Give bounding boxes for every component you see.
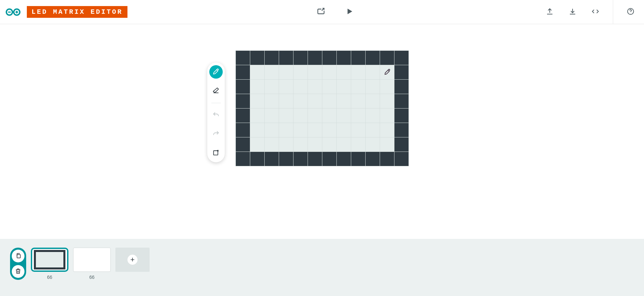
led-cell[interactable] [293,123,308,137]
led-cell[interactable] [265,94,279,108]
led-cell[interactable] [293,94,308,108]
frame-thumbnail[interactable] [31,248,68,272]
upload-button[interactable] [543,5,556,19]
led-cell[interactable] [322,137,336,152]
led-cell[interactable] [279,137,293,152]
led-cell[interactable] [366,80,380,94]
led-cell[interactable] [308,94,322,108]
led-cell[interactable] [351,80,365,94]
led-cell[interactable] [366,109,380,123]
led-cell[interactable] [322,152,336,166]
led-cell[interactable] [380,137,394,152]
led-cell[interactable] [250,123,264,137]
led-cell[interactable] [322,65,336,79]
led-cell[interactable] [394,109,409,123]
led-cell[interactable] [250,51,264,65]
led-cell[interactable] [293,109,308,123]
led-cell[interactable] [351,123,365,137]
led-cell[interactable] [250,80,264,94]
led-cell[interactable] [293,137,308,152]
led-cell[interactable] [351,94,365,108]
led-cell[interactable] [279,51,293,65]
delete-frame-button[interactable] [12,265,24,278]
clear-tool[interactable] [209,146,223,160]
frame-item[interactable]: 66 [31,248,68,280]
led-cell[interactable] [337,51,351,65]
play-button[interactable] [342,4,357,20]
led-cell[interactable] [380,94,394,108]
led-cell[interactable] [337,137,351,152]
led-cell[interactable] [366,94,380,108]
led-cell[interactable] [250,94,264,108]
led-cell[interactable] [265,152,279,166]
led-cell[interactable] [293,80,308,94]
led-cell[interactable] [394,51,409,65]
led-cell[interactable] [279,94,293,108]
led-matrix-grid[interactable] [235,50,409,166]
led-cell[interactable] [380,65,394,79]
led-cell[interactable] [337,109,351,123]
led-cell[interactable] [308,137,322,152]
led-cell[interactable] [337,65,351,79]
led-cell[interactable] [394,152,409,166]
led-cell[interactable] [366,123,380,137]
help-button[interactable] [624,5,637,19]
led-cell[interactable] [236,109,250,123]
led-cell[interactable] [236,137,250,152]
led-cell[interactable] [394,94,409,108]
led-cell[interactable] [322,94,336,108]
led-cell[interactable] [293,152,308,166]
led-cell[interactable] [351,51,365,65]
led-cell[interactable] [322,51,336,65]
led-cell[interactable] [322,123,336,137]
led-cell[interactable] [250,65,264,79]
led-cell[interactable] [236,80,250,94]
undo-tool[interactable] [209,109,223,122]
led-cell[interactable] [366,51,380,65]
led-cell[interactable] [265,80,279,94]
led-cell[interactable] [308,152,322,166]
led-cell[interactable] [265,65,279,79]
led-cell[interactable] [279,152,293,166]
led-cell[interactable] [351,65,365,79]
led-cell[interactable] [279,123,293,137]
download-button[interactable] [566,5,579,19]
redo-tool[interactable] [209,127,223,141]
eraser-tool[interactable] [209,84,223,97]
led-cell[interactable] [236,152,250,166]
led-cell[interactable] [351,109,365,123]
led-cell[interactable] [279,109,293,123]
led-cell[interactable] [394,123,409,137]
led-cell[interactable] [322,80,336,94]
led-cell[interactable] [250,109,264,123]
led-cell[interactable] [236,94,250,108]
led-cell[interactable] [293,51,308,65]
led-cell[interactable] [351,152,365,166]
frame-thumbnail[interactable] [73,248,111,272]
led-cell[interactable] [380,109,394,123]
duplicate-frame-button[interactable] [12,250,24,262]
led-cell[interactable] [236,65,250,79]
led-cell[interactable] [265,123,279,137]
led-cell[interactable] [308,80,322,94]
led-cell[interactable] [250,137,264,152]
led-cell[interactable] [380,152,394,166]
led-cell[interactable] [394,80,409,94]
led-cell[interactable] [265,109,279,123]
led-cell[interactable] [366,65,380,79]
led-cell[interactable] [394,65,409,79]
led-cell[interactable] [337,94,351,108]
led-cell[interactable] [366,152,380,166]
led-cell[interactable] [380,51,394,65]
led-cell[interactable] [380,123,394,137]
led-cell[interactable] [293,65,308,79]
led-cell[interactable] [337,80,351,94]
led-cell[interactable] [308,65,322,79]
frame-item[interactable]: 66 [73,248,111,280]
add-frame-button[interactable]: + [115,248,150,272]
brush-tool[interactable] [209,65,223,79]
led-cell[interactable] [279,80,293,94]
led-cell[interactable] [322,109,336,123]
led-cell[interactable] [337,123,351,137]
led-cell[interactable] [351,137,365,152]
